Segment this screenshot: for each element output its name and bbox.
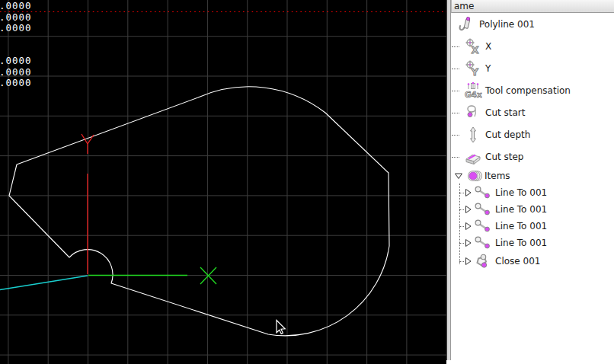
tree-item-y[interactable]: Y Y: [451, 57, 614, 79]
tree-item-label: Y: [485, 63, 491, 74]
expander-open-icon[interactable]: [454, 171, 463, 180]
axis-y-icon: Y: [464, 59, 482, 78]
tool-compensation-icon-text: G4x: [465, 90, 482, 99]
svg-text:X: X: [472, 44, 479, 56]
tree-item-cut-step[interactable]: Cut step: [451, 145, 614, 168]
tree-item-label: Cut step: [485, 152, 523, 162]
tree-column-header-label: ame: [454, 1, 474, 11]
readout-line: .0000: [0, 12, 32, 23]
tree-item-label: Items: [484, 171, 510, 181]
tree-item-cut-start[interactable]: Cut start: [451, 101, 614, 123]
tree-item-label: Line To 001: [495, 187, 547, 198]
expander-closed-icon[interactable]: [464, 238, 472, 247]
line-to-icon: [473, 186, 493, 200]
expander-closed-icon[interactable]: [464, 205, 472, 214]
expander-closed-icon[interactable]: [464, 257, 472, 266]
tree-column-header[interactable]: ame: [451, 0, 614, 13]
tree-item-label: Line To 001: [495, 204, 547, 215]
tree-item-line-to[interactable]: Line To 001: [451, 218, 614, 235]
tree-item-label: Tool compensation: [485, 85, 571, 96]
cut-start-icon: [464, 104, 482, 122]
tree-item-label: Cut start: [485, 107, 525, 118]
line-to-icon: [473, 219, 493, 233]
tree-item-label: Line To 001: [495, 221, 547, 231]
object-tree: Polyline 001 X X: [451, 13, 614, 364]
tree-item-label: Line To 001: [495, 238, 547, 248]
readout-line: .0000: [0, 56, 32, 66]
tree-item-items[interactable]: Items: [451, 168, 614, 184]
tree-item-cut-depth[interactable]: Cut depth: [451, 123, 614, 145]
line-to-icon: [473, 236, 493, 250]
app-window: .0000 .0000 .0000 .0000 .0000 .0000 ame: [0, 0, 614, 364]
tree-item-close[interactable]: Close 001: [451, 251, 614, 271]
tree-item-label: Close 001: [495, 256, 540, 267]
properties-panel: ame Polyline 001: [451, 0, 614, 364]
axis-x-icon: X: [464, 37, 482, 56]
cut-step-icon: [464, 148, 482, 166]
tree-item-polyline[interactable]: Polyline 001: [451, 13, 614, 35]
cut-depth-icon: [464, 126, 482, 144]
readout-line: .0000: [0, 1, 32, 11]
polyline-icon: [456, 15, 475, 34]
tree-item-line-to[interactable]: Line To 001: [451, 184, 614, 201]
tree-item-line-to[interactable]: Line To 001: [451, 201, 614, 218]
drawing-canvas[interactable]: .0000 .0000 .0000 .0000 .0000 .0000: [0, 0, 446, 364]
readout-line: .0000: [0, 23, 32, 34]
canvas-graphics: [0, 0, 446, 364]
items-icon: [465, 168, 482, 184]
canvas-grid: [0, 0, 446, 364]
svg-text:Y: Y: [471, 66, 479, 78]
tree-item-tool-compensation[interactable]: G4x Tool compensation: [451, 79, 614, 101]
expander-closed-icon[interactable]: [464, 188, 472, 197]
expander-closed-icon[interactable]: [464, 222, 472, 231]
tree-item-label: X: [485, 41, 491, 52]
tree-item-x[interactable]: X X: [451, 35, 614, 57]
tree-item-label: Cut depth: [485, 129, 530, 140]
readout-line: .0000: [0, 67, 32, 78]
tree-item-line-to[interactable]: Line To 001: [451, 235, 614, 251]
readout-line: .0000: [0, 78, 32, 88]
tool-compensation-icon: G4x: [464, 81, 482, 100]
close-icon: [473, 253, 493, 270]
tree-item-label: Polyline 001: [479, 19, 535, 30]
line-to-icon: [473, 203, 493, 216]
